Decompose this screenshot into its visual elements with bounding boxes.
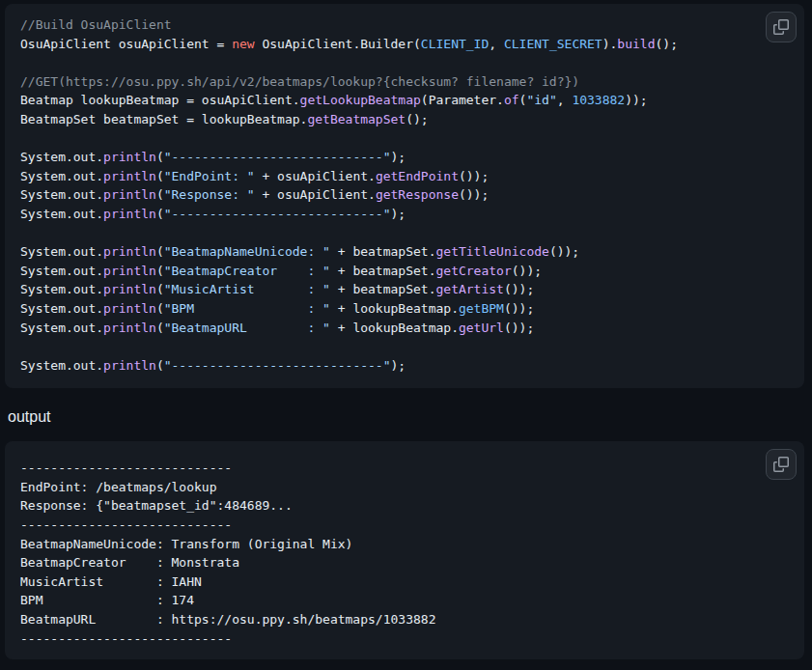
code-line: System.out.println("BeatmapURL : " + loo… [20,319,789,338]
code-token-func: of [504,93,519,107]
code-token-plain: ---------------------------- [20,517,232,532]
code-token-plain: System.out. [20,207,103,221]
copy-code-button[interactable] [766,12,797,42]
code-token-func: println [103,207,156,221]
code-token-plain: System.out. [20,321,103,335]
code-token-plain: System.out. [20,150,103,164]
code-line [20,53,789,72]
code-line: Response: {"beatmapset_id":484689... [20,496,789,516]
code-line: MusicArtist : IAHN [20,572,789,592]
code-line: BeatmapNameUnicode: Transform (Original … [20,535,789,554]
code-token-const: getBPM [459,301,504,316]
code-line: System.out.println("--------------------… [20,356,789,376]
code-token-func: getResponse [376,187,459,202]
code-token-plain: System.out. [20,187,103,202]
code-token-plain: BeatmapURL : https://osu.ppy.sh/beatmaps… [20,612,435,627]
code-token-plain: BeatmapCreator : Monstrata [20,555,239,570]
code-token-plain: Beatmap lookupBeatmap = osuApiClient. [20,93,300,107]
code-line: //GET(https://osu.ppy.sh/api/v2/beatmaps… [20,72,789,92]
code-token-plain: ( [156,282,164,296]
code-line: Beatmap lookupBeatmap = osuApiClient.get… [20,91,789,110]
code-token-func: getArtist [435,282,503,296]
code-line [20,224,789,243]
code-token-comment: //Build OsuApiClient [20,17,172,32]
code-line: BPM : 174 [20,591,789,610]
code-token-string: "----------------------------" [164,358,391,373]
code-token-plain: ); [391,358,406,373]
code-line: ---------------------------- [20,459,789,478]
code-token-plain: System.out. [20,169,103,183]
code-token-string: "BeatmapCreator : " [164,264,330,278]
code-token-plain: + beatmapSet. [330,244,436,259]
code-token-plain: ( [156,301,164,316]
code-token-plain: + osuApiClient. [255,169,376,183]
code-token-func: getUrl [459,321,504,335]
code-token-string: "BeatmapNameUnicode: " [164,244,330,259]
code-token-func: println [103,150,156,164]
code-token-plain: ). [602,37,618,51]
code-token-const: CLIENT_ID [421,37,489,51]
code-token-plain: OsuApiClient osuApiClient = [20,37,232,51]
code-token-func: getLookupBeatmap [300,93,421,107]
code-line: ---------------------------- [20,516,789,535]
code-token-plain: ()); [512,264,542,278]
code-token-plain: ); [391,207,406,221]
code-token-plain: ( [156,321,164,335]
code-line: BeatmapSet beatmapSet = lookupBeatmap.ge… [20,110,789,129]
code-token-plain: , [489,37,504,51]
code-line: System.out.println("BeatmapCreator : " +… [20,262,789,281]
code-token-plain: OsuApiClient.Builder( [255,37,421,51]
code-token-func: getCreator [435,264,511,278]
code-token-plain: + osuApiClient. [255,187,376,202]
code-token-plain: ()); [504,282,534,296]
code-token-plain: ()); [504,301,534,316]
code-token-string: "id" [526,93,556,107]
code-token-comment: //GET(https://osu.ppy.sh/api/v2/beatmaps… [20,74,579,89]
code-token-plain: ()); [459,169,489,183]
code-token-string: "BPM : " [164,301,330,316]
code-token-plain: ( [156,207,164,221]
code-token-string: "EndPoint: " [164,169,255,183]
code-token-plain: ---------------------------- [20,461,232,475]
code-token-func: println [103,169,156,183]
code-token-func: println [103,244,156,259]
code-token-func: println [103,301,156,316]
code-token-plain: System.out. [20,264,103,278]
code-token-func: println [103,358,156,373]
copy-output-button[interactable] [766,449,797,480]
code-token-plain: System.out. [20,358,103,373]
code-token-plain: ( [156,169,164,183]
code-token-plain: ( [156,244,164,259]
code-token-plain: System.out. [20,301,103,316]
code-token-string: "Response: " [164,187,255,202]
code-line: System.out.println("BeatmapNameUnicode: … [20,242,789,262]
code-line: ---------------------------- [20,629,789,649]
code-token-plain: , [557,93,573,107]
code-token-func: build [617,37,655,51]
code-token-func: getEndPoint [376,169,459,183]
code-token-plain: + lookupBeatmap. [330,301,459,316]
code-line [20,337,789,356]
code-token-string: "MusicArtist : " [164,282,330,296]
code-token-plain: (); [655,37,677,51]
code-token-keyword: new [232,37,254,51]
readme-page: //Build OsuApiClientOsuApiClient osuApiC… [0,4,812,670]
code-token-plain: (Parameter. [421,93,504,107]
java-code: //Build OsuApiClientOsuApiClient osuApiC… [5,4,804,388]
copy-icon [773,457,789,472]
code-token-plain: ); [391,150,406,164]
code-token-plain: + beatmapSet. [330,264,436,278]
java-code-block: //Build OsuApiClientOsuApiClient osuApiC… [5,4,804,388]
code-token-func: println [103,187,156,202]
code-line: BeatmapCreator : Monstrata [20,553,789,572]
code-line: //Build OsuApiClient [20,15,789,35]
code-token-func: println [103,264,156,278]
code-token-plain: ( [156,187,164,202]
code-token-plain: ( [156,150,164,164]
code-token-plain: ()); [549,244,579,259]
code-token-plain: BeatmapSet beatmapSet = lookupBeatmap. [20,112,307,126]
code-token-plain: MusicArtist : IAHN [20,574,202,589]
copy-icon [773,19,789,35]
code-line: System.out.println("--------------------… [20,148,789,167]
code-line: BeatmapURL : https://osu.ppy.sh/beatmaps… [20,610,789,629]
